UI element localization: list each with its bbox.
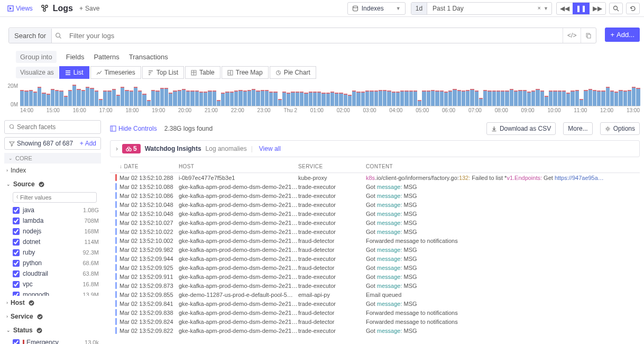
hist-bar[interactable]	[204, 93, 207, 106]
hist-bar[interactable]	[287, 94, 290, 106]
hist-bar[interactable]	[387, 92, 391, 106]
hist-bar[interactable]	[527, 93, 531, 106]
hist-bar[interactable]	[221, 94, 225, 106]
hist-bar[interactable]	[540, 92, 544, 106]
filter-values-input[interactable]	[20, 194, 93, 201]
hist-bar[interactable]	[431, 91, 435, 106]
col-content[interactable]: CONTENT	[366, 164, 634, 169]
log-row[interactable]: Mar 02 13:52:09.841gke-kafka-apm-prod-de…	[110, 299, 640, 308]
viz-table[interactable]: Table	[185, 66, 220, 79]
pin-icon[interactable]	[536, 6, 541, 11]
hist-bar[interactable]	[134, 88, 137, 106]
hist-bar[interactable]	[584, 91, 587, 106]
hist-bar[interactable]	[566, 94, 570, 106]
hist-bar[interactable]	[510, 90, 513, 106]
hist-bar[interactable]	[413, 92, 417, 106]
hist-bar[interactable]	[24, 92, 28, 106]
hist-bar[interactable]	[300, 93, 303, 106]
hist-bar[interactable]	[518, 91, 522, 106]
tab-fields[interactable]: Fields	[66, 53, 85, 61]
log-histogram[interactable]: 20M 0M 14:0015:0016:0017:0018:0019:0020:…	[4, 84, 640, 114]
hist-bar[interactable]	[348, 96, 352, 106]
source-item[interactable]: dotnet114M	[4, 237, 101, 247]
hist-bar[interactable]	[470, 90, 474, 106]
hist-bar[interactable]	[479, 99, 483, 106]
hist-bar[interactable]	[370, 92, 373, 106]
checkbox[interactable]	[13, 239, 20, 246]
source-item[interactable]: cloudtrail63.8M	[4, 268, 101, 279]
hist-bar[interactable]	[435, 92, 439, 106]
status-emergency[interactable]: Emergency13.0k	[4, 337, 101, 344]
log-row[interactable]: Mar 02 13:52:09.925gke-kafka-apm-prod-de…	[110, 263, 640, 272]
options-button[interactable]: Options	[600, 122, 640, 135]
hist-bar[interactable]	[457, 91, 461, 106]
hist-bar[interactable]	[619, 91, 622, 106]
hist-bar[interactable]	[313, 93, 317, 106]
hist-bar[interactable]	[356, 93, 360, 106]
hist-bar[interactable]	[440, 92, 444, 106]
hist-bar[interactable]	[593, 91, 596, 106]
log-row[interactable]: Mar 02 13:52:09.838gke-kafka-apm-prod-de…	[110, 308, 640, 317]
hist-bar[interactable]	[632, 88, 636, 106]
search-icon-button[interactable]	[609, 3, 623, 14]
hist-bar[interactable]	[326, 94, 330, 106]
source-item[interactable]: vpc16.8M	[4, 279, 101, 289]
add-facet-button[interactable]: +Add	[80, 140, 96, 147]
hist-bar[interactable]	[558, 92, 562, 106]
source-item[interactable]: nodejs168M	[4, 226, 101, 237]
views-button[interactable]: Views	[4, 3, 36, 14]
hist-bar[interactable]	[317, 93, 321, 106]
hist-bar[interactable]	[575, 91, 579, 106]
download-csv-button[interactable]: Download as CSV	[486, 122, 556, 135]
hist-bar[interactable]	[501, 92, 504, 106]
hist-bar[interactable]	[186, 92, 190, 106]
hist-bar[interactable]	[487, 92, 491, 106]
hist-bar[interactable]	[20, 91, 24, 106]
hist-bar[interactable]	[282, 93, 286, 106]
hist-bar[interactable]	[536, 90, 539, 106]
time-preset[interactable]: 1d	[411, 3, 427, 14]
viz-timeseries[interactable]: Timeseries	[90, 66, 141, 79]
hist-bar[interactable]	[304, 94, 308, 106]
hist-bar[interactable]	[422, 92, 426, 106]
hist-bar[interactable]	[155, 92, 159, 106]
hist-bar[interactable]	[125, 91, 128, 106]
hist-bar[interactable]	[142, 95, 146, 106]
search-input[interactable]	[65, 29, 563, 43]
hist-bar[interactable]	[169, 94, 172, 106]
hist-bar[interactable]	[55, 91, 59, 106]
hist-bar[interactable]	[29, 91, 33, 106]
log-row[interactable]: Mar 02 13:52:09.944gke-kafka-apm-prod-de…	[110, 254, 640, 263]
hist-bar[interactable]	[38, 88, 41, 106]
hist-bar[interactable]	[190, 92, 194, 106]
log-row[interactable]: Mar 02 13:52:10.088gke-kafka-apm-prod-de…	[110, 182, 640, 191]
hist-bar[interactable]	[59, 92, 63, 106]
hist-bar[interactable]	[400, 92, 404, 106]
hist-bar[interactable]	[597, 92, 601, 106]
hist-bar[interactable]	[523, 91, 527, 106]
hist-bar[interactable]	[462, 92, 465, 106]
hide-controls-button[interactable]: Hide Controls	[110, 125, 157, 132]
hist-bar[interactable]	[230, 93, 234, 106]
hist-bar[interactable]	[217, 101, 220, 106]
hist-bar[interactable]	[339, 94, 343, 106]
hist-bar[interactable]	[379, 91, 382, 106]
hist-bar[interactable]	[628, 91, 631, 106]
hist-bar[interactable]	[130, 92, 133, 106]
hist-bar[interactable]	[121, 88, 124, 106]
hist-bar[interactable]	[86, 88, 89, 106]
hist-bar[interactable]	[444, 93, 448, 106]
hist-bar[interactable]	[252, 90, 255, 106]
hist-bar[interactable]	[81, 91, 85, 106]
copy-button[interactable]	[581, 28, 596, 43]
hist-bar[interactable]	[361, 93, 365, 106]
hist-bar[interactable]	[383, 91, 387, 106]
hist-bar[interactable]	[182, 90, 186, 106]
hist-bar[interactable]	[392, 93, 395, 106]
hist-bar[interactable]	[365, 92, 369, 106]
log-row[interactable]: Mar 02 13:52:09.824gke-kafka-apm-prod-de…	[110, 317, 640, 326]
hist-bar[interactable]	[453, 90, 456, 106]
source-item[interactable]: java1.08G	[4, 205, 101, 215]
checkbox[interactable]	[13, 339, 20, 345]
checkbox[interactable]	[13, 249, 20, 256]
